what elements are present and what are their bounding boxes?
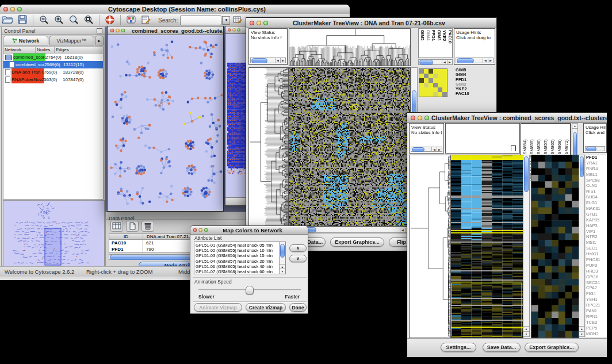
gene-label[interactable]: HAP3 [586,223,607,229]
attribute-item[interactable]: GPL51-01 (GSM854) heat shock 05 min [196,243,278,248]
data-col-id[interactable]: ID [109,234,143,239]
column-label[interactable]: GIM4 [426,30,431,58]
attribute-item[interactable]: GPL51-02 (GSM855) heat shock 10 min [196,248,278,253]
dense-network-canvas[interactable] [227,63,247,175]
view-status-scrollbar[interactable]: ◀▶ [411,147,442,152]
gene-label[interactable]: RPN1 [586,314,607,320]
gene-label[interactable]: YSH1 [586,297,607,302]
attribute-table-icon[interactable] [110,221,123,232]
heatmap-cell[interactable] [433,87,438,92]
heatmap-cell[interactable] [419,83,424,87]
button-create-vizmap[interactable]: Create Vizmap [246,303,286,312]
column-label[interactable]: GIM5 [420,30,425,58]
row-dendrogram[interactable] [409,155,451,338]
dialog-titlebar[interactable]: Map Colors to Network [190,226,308,235]
attribute-item[interactable]: GPL51-06 (GSM865) heat shock 40 min [196,264,278,269]
column-label[interactable]: PFD1 [431,30,436,58]
gene-label[interactable]: MSI1 [586,240,607,246]
heatmap-cell[interactable] [433,69,438,74]
table-edit-icon[interactable] [231,14,244,26]
zoom-vscrollbar[interactable]: ▲ ▼ [579,155,585,337]
gene-label[interactable]: SEC1 [586,246,607,251]
network-canvas[interactable] [108,35,223,210]
heatmap-cell[interactable] [442,74,447,78]
window-controls[interactable] [0,7,24,12]
gene-label[interactable]: ELG1 [586,200,607,206]
attribute-list-vscrollbar[interactable]: ▲ ▼ [279,242,285,274]
zoom-heatmap[interactable] [531,155,579,338]
column-label[interactable]: YKE2 [442,30,447,58]
tab-overflow-button[interactable]: ▶ [95,36,104,45]
heatmap-cell[interactable] [424,87,429,92]
col-header-edges[interactable]: Edges [55,47,103,53]
heatmap-cell[interactable] [419,92,424,97]
zoom-out-icon[interactable] [37,14,51,26]
gene-label[interactable]: GPI16 [586,274,607,280]
heatmap-cell[interactable] [438,74,442,78]
zoom-fit-icon[interactable] [67,14,81,26]
gene-label[interactable]: KAP95 [586,217,607,223]
heatmap-cell[interactable] [429,69,433,74]
attribute-item[interactable]: GPL51-03 (GSM856) heat shock 15 min [196,253,278,258]
heatmap-cell[interactable] [429,87,433,92]
heatmap-cell[interactable] [429,92,433,97]
heatmap-cell[interactable] [429,83,433,87]
attribute-item[interactable]: GPL51-04 (GSM857) heat shock 20 min [196,259,278,264]
network-row[interactable]: DNA and Tran 07769(0)183728(0) [3,68,103,76]
heatmap-cell[interactable] [429,74,433,78]
scroll-left-icon[interactable]: ◀ [275,58,280,63]
gene-label[interactable]: TCB3 [586,320,607,325]
scroll-right-icon[interactable]: ▶ [280,58,285,63]
heatmap-cell[interactable] [442,87,447,92]
view-status-scrollbar[interactable]: ◀▶ [250,58,286,63]
move-down-button[interactable]: ∨ [289,255,307,262]
zoom-selected-icon[interactable] [82,14,95,26]
heatmap-cell[interactable] [438,78,442,83]
usage-hints-scrollbar[interactable]: ◀▶ [456,58,494,63]
global-heatmap[interactable] [450,155,523,338]
gene-label[interactable]: FIG4 [586,291,607,297]
scroll-right-icon[interactable]: ▶ [437,147,442,152]
column-label[interactable]: PAC10 [447,30,453,58]
main-titlebar[interactable]: Cytoscape Desktop (Session Name: collins… [0,5,350,14]
row-dendrogram[interactable] [248,67,289,227]
gene-label[interactable]: SPC98 [586,178,607,183]
heatmap-cell[interactable] [419,69,424,74]
gene-label[interactable]: PUF3 [586,263,607,269]
network-row[interactable]: combined_sco2569(6)13112(15) [3,61,103,68]
scroll-left-icon[interactable]: ◀ [400,228,405,232]
scroll-left-icon[interactable]: ◀ [442,60,447,64]
button-settings[interactable]: Settings... [441,343,476,352]
gene-label[interactable]: PFD1 [586,155,607,160]
move-up-button[interactable]: ∧ [289,244,307,252]
help-lifering-icon[interactable] [103,14,117,26]
open-session-button[interactable] [1,14,14,26]
tab-vizmapper[interactable]: VizMapper™ [49,36,94,45]
gene-label[interactable]: MON2 [586,331,607,337]
network-row[interactable]: combined_scores2764(0)16218(0) [3,53,103,61]
heatmap-cell[interactable] [442,69,447,74]
heatmap-cell[interactable] [438,87,442,92]
network-view-titlebar[interactable]: combined_scores_good.txt--cluste... [108,26,223,35]
gene-label[interactable]: HMG1 [586,251,607,257]
heatmap-cell[interactable] [429,78,433,83]
tab-network[interactable]: Network [3,36,48,45]
gene-label[interactable]: CLN1 [586,183,607,189]
zoom-labels-scrollbar[interactable]: ◀▶ [418,59,453,65]
attribute-listbox[interactable]: GPL51-01 (GSM854) heat shock 05 minGPL51… [194,242,286,274]
gene-label[interactable]: NIS1 [586,189,607,194]
heatmap-cell[interactable] [433,74,438,78]
treeview2-titlebar[interactable]: ClusterMaker TreeView : combined_scores_… [407,113,607,123]
heatmap-cell[interactable] [419,87,424,92]
gene-label[interactable]: RPO21 [586,302,607,308]
button-done[interactable]: Done [289,303,307,312]
gene-label[interactable]: GTB1 [586,212,607,217]
heatmap-cell[interactable] [442,92,447,97]
heatmap-cell[interactable] [438,92,442,97]
gene-label[interactable]: PHO81 [586,257,607,263]
float-panel-icon[interactable] [97,28,102,33]
attribute-item[interactable]: GPL51-07 (GSM868) heat shock 60 min [196,269,278,274]
col-header-nodes[interactable]: Nodes [36,47,55,53]
heatmap-cell[interactable] [433,83,438,87]
global-heatmap[interactable] [289,67,411,227]
